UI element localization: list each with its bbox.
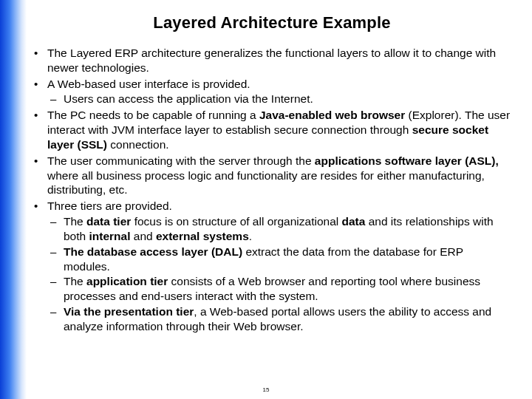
slide-title: Layered Architecture Example (33, 13, 511, 33)
sub-bullet-text: Users can access the application via the… (64, 92, 313, 105)
bold-text: Java-enabled web browser (259, 109, 405, 121)
bold-text: The database access layer (DAL) (64, 245, 242, 258)
bold-text: applications software layer (ASL), (315, 154, 499, 167)
sub-bullet-item: Via the presentation tier, a Web-based p… (47, 304, 511, 334)
bold-text: internal (89, 230, 130, 242)
bold-text: Via the presentation tier (64, 305, 194, 318)
bullet-text: The PC needs to be capable of running a (47, 109, 259, 121)
sub-bullet-item: Users can access the application via the… (47, 92, 511, 106)
sub-bullet-text: and (130, 230, 155, 242)
page-number: 15 (0, 386, 532, 393)
bullet-text: connection. (107, 138, 169, 151)
bold-text: data tier (86, 215, 131, 228)
bullet-list: The Layered ERP architecture generalizes… (33, 46, 511, 334)
bullet-item: The PC needs to be capable of running a … (33, 108, 511, 151)
sub-bullet-text: The (64, 275, 86, 287)
sub-bullet-text: . (249, 230, 252, 242)
sub-bullet-item: The data tier focus is on structure of a… (47, 214, 511, 244)
bullet-item: A Web-based user interface is provided. … (33, 77, 511, 107)
bullet-text: The Layered ERP architecture generalizes… (47, 47, 496, 74)
bullet-item: Three tiers are provided. The data tier … (33, 199, 511, 333)
bullet-text: The user communicating with the server t… (47, 154, 315, 167)
sub-bullet-item: The database access layer (DAL) extract … (47, 245, 511, 274)
sub-bullet-list: Users can access the application via the… (47, 92, 511, 106)
bullet-item: The Layered ERP architecture generalizes… (33, 46, 511, 75)
sub-bullet-text: The (64, 215, 86, 228)
sub-bullet-text: focus is on structure of all organizatio… (131, 215, 341, 228)
bold-text: external systems (156, 230, 249, 242)
bullet-item: The user communicating with the server t… (33, 154, 511, 197)
sub-bullet-item: The application tier consists of a Web b… (47, 274, 511, 304)
bold-text: data (342, 215, 366, 228)
slide-body: Layered Architecture Example The Layered… (0, 0, 532, 399)
bullet-text: where all business process logic and fun… (47, 169, 485, 197)
bullet-text: A Web-based user interface is provided. (47, 78, 250, 90)
sub-bullet-list: The data tier focus is on structure of a… (47, 214, 511, 334)
bullet-text: Three tiers are provided. (47, 200, 172, 212)
bold-text: application tier (86, 275, 168, 287)
